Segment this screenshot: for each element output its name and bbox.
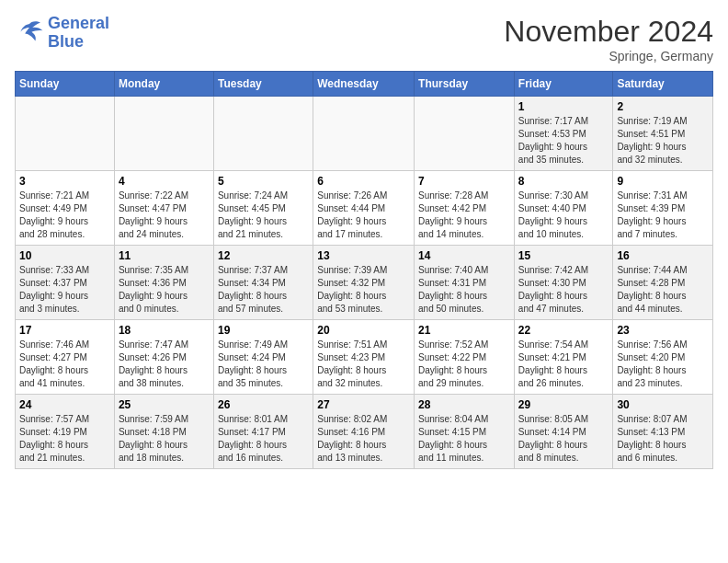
day-info: Sunrise: 7:56 AM Sunset: 4:20 PM Dayligh… xyxy=(617,339,709,390)
calendar-cell: 12Sunrise: 7:37 AM Sunset: 4:34 PM Dayli… xyxy=(213,246,313,320)
day-number: 11 xyxy=(119,249,210,262)
calendar-cell: 5Sunrise: 7:24 AM Sunset: 4:45 PM Daylig… xyxy=(213,171,313,246)
day-number: 5 xyxy=(218,175,309,188)
day-info: Sunrise: 7:46 AM Sunset: 4:27 PM Dayligh… xyxy=(19,339,110,390)
day-number: 23 xyxy=(617,324,709,337)
calendar-week-row: 17Sunrise: 7:46 AM Sunset: 4:27 PM Dayli… xyxy=(16,320,713,395)
calendar-cell: 4Sunrise: 7:22 AM Sunset: 4:47 PM Daylig… xyxy=(114,171,213,246)
day-number: 27 xyxy=(317,398,410,411)
header-row: SundayMondayTuesdayWednesdayThursdayFrid… xyxy=(16,72,713,97)
day-info: Sunrise: 7:19 AM Sunset: 4:51 PM Dayligh… xyxy=(617,115,709,167)
calendar-body: 1Sunrise: 7:17 AM Sunset: 4:53 PM Daylig… xyxy=(16,97,713,469)
day-info: Sunrise: 7:54 AM Sunset: 4:21 PM Dayligh… xyxy=(518,339,609,390)
calendar-cell: 2Sunrise: 7:19 AM Sunset: 4:51 PM Daylig… xyxy=(613,97,713,171)
calendar-cell xyxy=(313,97,415,171)
day-number: 17 xyxy=(19,324,110,337)
calendar-cell xyxy=(16,97,115,171)
day-info: Sunrise: 8:05 AM Sunset: 4:14 PM Dayligh… xyxy=(518,413,609,465)
calendar-week-row: 1Sunrise: 7:17 AM Sunset: 4:53 PM Daylig… xyxy=(16,97,713,171)
day-info: Sunrise: 7:26 AM Sunset: 4:44 PM Dayligh… xyxy=(317,190,410,241)
calendar-cell: 13Sunrise: 7:39 AM Sunset: 4:32 PM Dayli… xyxy=(313,246,415,320)
day-number: 7 xyxy=(418,175,510,188)
day-info: Sunrise: 7:47 AM Sunset: 4:26 PM Dayligh… xyxy=(119,339,210,390)
calendar-cell: 14Sunrise: 7:40 AM Sunset: 4:31 PM Dayli… xyxy=(415,246,515,320)
calendar-cell: 3Sunrise: 7:21 AM Sunset: 4:49 PM Daylig… xyxy=(16,171,115,246)
calendar-cell: 1Sunrise: 7:17 AM Sunset: 4:53 PM Daylig… xyxy=(514,97,613,171)
day-info: Sunrise: 7:24 AM Sunset: 4:45 PM Dayligh… xyxy=(218,190,309,241)
day-info: Sunrise: 7:21 AM Sunset: 4:49 PM Dayligh… xyxy=(19,190,110,241)
calendar-cell: 19Sunrise: 7:49 AM Sunset: 4:24 PM Dayli… xyxy=(213,320,313,395)
day-info: Sunrise: 7:17 AM Sunset: 4:53 PM Dayligh… xyxy=(518,115,609,167)
day-number: 21 xyxy=(418,324,510,337)
day-info: Sunrise: 7:40 AM Sunset: 4:31 PM Dayligh… xyxy=(418,264,510,316)
calendar-cell: 29Sunrise: 8:05 AM Sunset: 4:14 PM Dayli… xyxy=(514,395,613,469)
header-day: Monday xyxy=(114,72,213,97)
calendar-cell xyxy=(213,97,313,171)
day-number: 3 xyxy=(19,175,110,188)
location: Springe, Germany xyxy=(504,49,713,63)
calendar-cell: 21Sunrise: 7:52 AM Sunset: 4:22 PM Dayli… xyxy=(415,320,515,395)
title-section: November 2024 Springe, Germany xyxy=(504,15,713,63)
day-info: Sunrise: 8:02 AM Sunset: 4:16 PM Dayligh… xyxy=(317,413,410,465)
calendar-week-row: 3Sunrise: 7:21 AM Sunset: 4:49 PM Daylig… xyxy=(16,171,713,246)
day-number: 24 xyxy=(19,398,110,411)
logo-text: General Blue xyxy=(48,15,109,52)
calendar-cell: 17Sunrise: 7:46 AM Sunset: 4:27 PM Dayli… xyxy=(16,320,115,395)
calendar-cell: 6Sunrise: 7:26 AM Sunset: 4:44 PM Daylig… xyxy=(313,171,415,246)
calendar-cell: 26Sunrise: 8:01 AM Sunset: 4:17 PM Dayli… xyxy=(213,395,313,469)
calendar-cell: 28Sunrise: 8:04 AM Sunset: 4:15 PM Dayli… xyxy=(415,395,515,469)
header-day: Sunday xyxy=(16,72,115,97)
page-header: General Blue November 2024 Springe, Germ… xyxy=(15,15,713,63)
day-number: 2 xyxy=(617,100,709,113)
calendar-cell: 7Sunrise: 7:28 AM Sunset: 4:42 PM Daylig… xyxy=(415,171,515,246)
day-number: 25 xyxy=(119,398,210,411)
day-info: Sunrise: 7:33 AM Sunset: 4:37 PM Dayligh… xyxy=(19,264,110,316)
day-info: Sunrise: 7:57 AM Sunset: 4:19 PM Dayligh… xyxy=(19,413,110,465)
day-number: 4 xyxy=(119,175,210,188)
day-number: 10 xyxy=(19,249,110,262)
calendar-cell: 8Sunrise: 7:30 AM Sunset: 4:40 PM Daylig… xyxy=(514,171,613,246)
calendar-cell xyxy=(114,97,213,171)
day-info: Sunrise: 7:37 AM Sunset: 4:34 PM Dayligh… xyxy=(218,264,309,316)
day-info: Sunrise: 7:42 AM Sunset: 4:30 PM Dayligh… xyxy=(518,264,609,316)
day-number: 28 xyxy=(418,398,510,411)
day-number: 14 xyxy=(418,249,510,262)
header-day: Saturday xyxy=(613,72,713,97)
day-number: 19 xyxy=(218,324,309,337)
day-number: 8 xyxy=(518,175,609,188)
header-day: Thursday xyxy=(415,72,515,97)
day-number: 22 xyxy=(518,324,609,337)
calendar-week-row: 10Sunrise: 7:33 AM Sunset: 4:37 PM Dayli… xyxy=(16,246,713,320)
logo-bird-icon xyxy=(15,20,44,46)
calendar-table: SundayMondayTuesdayWednesdayThursdayFrid… xyxy=(15,71,713,469)
day-info: Sunrise: 8:07 AM Sunset: 4:13 PM Dayligh… xyxy=(617,413,709,465)
day-number: 20 xyxy=(317,324,410,337)
day-number: 18 xyxy=(119,324,210,337)
calendar-week-row: 24Sunrise: 7:57 AM Sunset: 4:19 PM Dayli… xyxy=(16,395,713,469)
calendar-cell: 30Sunrise: 8:07 AM Sunset: 4:13 PM Dayli… xyxy=(613,395,713,469)
day-info: Sunrise: 7:51 AM Sunset: 4:23 PM Dayligh… xyxy=(317,339,410,390)
calendar-cell: 22Sunrise: 7:54 AM Sunset: 4:21 PM Dayli… xyxy=(514,320,613,395)
day-number: 12 xyxy=(218,249,309,262)
day-info: Sunrise: 7:39 AM Sunset: 4:32 PM Dayligh… xyxy=(317,264,410,316)
day-number: 13 xyxy=(317,249,410,262)
day-info: Sunrise: 7:22 AM Sunset: 4:47 PM Dayligh… xyxy=(119,190,210,241)
logo: General Blue xyxy=(15,15,109,52)
header-day: Wednesday xyxy=(313,72,415,97)
day-info: Sunrise: 7:31 AM Sunset: 4:39 PM Dayligh… xyxy=(617,190,709,241)
calendar-cell: 20Sunrise: 7:51 AM Sunset: 4:23 PM Dayli… xyxy=(313,320,415,395)
day-info: Sunrise: 8:04 AM Sunset: 4:15 PM Dayligh… xyxy=(418,413,510,465)
calendar-cell: 27Sunrise: 8:02 AM Sunset: 4:16 PM Dayli… xyxy=(313,395,415,469)
day-number: 16 xyxy=(617,249,709,262)
calendar-cell: 9Sunrise: 7:31 AM Sunset: 4:39 PM Daylig… xyxy=(613,171,713,246)
calendar-cell xyxy=(415,97,515,171)
day-info: Sunrise: 7:30 AM Sunset: 4:40 PM Dayligh… xyxy=(518,190,609,241)
day-info: Sunrise: 8:01 AM Sunset: 4:17 PM Dayligh… xyxy=(218,413,309,465)
calendar-cell: 16Sunrise: 7:44 AM Sunset: 4:28 PM Dayli… xyxy=(613,246,713,320)
calendar-header: SundayMondayTuesdayWednesdayThursdayFrid… xyxy=(16,72,713,97)
day-info: Sunrise: 7:44 AM Sunset: 4:28 PM Dayligh… xyxy=(617,264,709,316)
day-number: 6 xyxy=(317,175,410,188)
header-day: Friday xyxy=(514,72,613,97)
calendar-cell: 25Sunrise: 7:59 AM Sunset: 4:18 PM Dayli… xyxy=(114,395,213,469)
day-info: Sunrise: 7:28 AM Sunset: 4:42 PM Dayligh… xyxy=(418,190,510,241)
